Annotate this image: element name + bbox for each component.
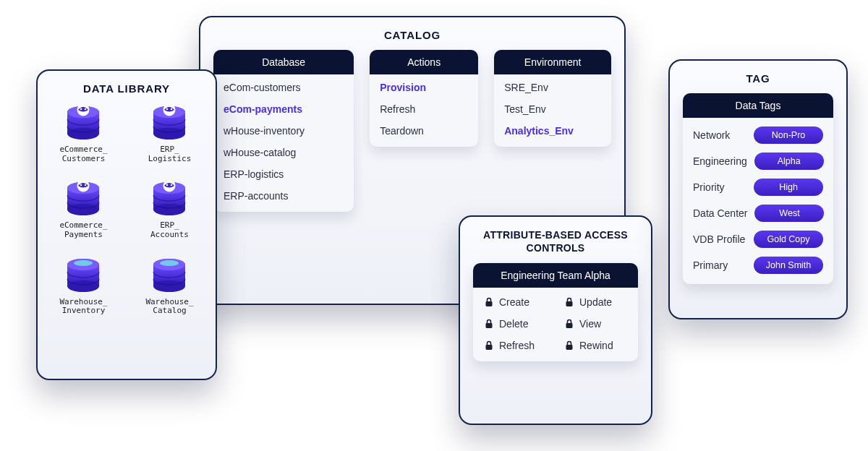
tag-pill[interactable]: Alpha: [754, 153, 824, 170]
tag-row: Engineering Alpha: [693, 153, 823, 170]
svg-point-32: [74, 260, 93, 266]
data-library-label: Warehouse_Inventory: [59, 298, 107, 316]
lock-icon: [565, 319, 574, 329]
data-library-item[interactable]: eCommerce_Customers: [59, 103, 107, 163]
svg-point-27: [171, 184, 173, 186]
tag-label: Network: [693, 129, 730, 141]
tag-row: Data Center West: [693, 205, 823, 222]
svg-rect-40: [486, 323, 493, 328]
catalog-db-item[interactable]: ERP-accounts: [224, 190, 344, 202]
svg-point-9: [153, 128, 185, 139]
abac-group-header: Engineering Team Alpha: [473, 263, 638, 288]
tag-row: Primary John Smith: [693, 257, 823, 274]
svg-point-6: [85, 108, 87, 111]
data-library-panel: DATA LIBRARY eCommerce_Customers ERP_Log…: [36, 69, 217, 380]
catalog-action-item[interactable]: Teardown: [380, 125, 468, 137]
catalog-env-list: SRE_Env Test_Env Analytics_Env: [494, 74, 611, 147]
lock-icon: [485, 340, 493, 351]
catalog-db-item[interactable]: ERP-logistics: [224, 168, 344, 180]
catalog-actions-header: Actions: [370, 50, 478, 74]
tag-pill[interactable]: Gold Copy: [754, 231, 823, 248]
tag-list: Network Non-ProEngineering AlphaPriority…: [683, 118, 833, 284]
catalog-action-item[interactable]: Refresh: [380, 103, 468, 115]
svg-point-13: [171, 108, 173, 111]
catalog-actions-card: Actions Provision Refresh Teardown: [370, 50, 478, 147]
svg-rect-43: [566, 345, 573, 350]
tag-label: VDB Profile: [693, 233, 745, 245]
svg-point-16: [67, 204, 99, 215]
svg-point-37: [160, 260, 179, 266]
abac-permission-label: View: [579, 318, 601, 330]
catalog-db-item[interactable]: wHouse-catalog: [224, 147, 344, 158]
abac-permission[interactable]: Refresh: [485, 340, 546, 351]
data-library-item[interactable]: eCommerce_Payments: [59, 179, 107, 239]
svg-point-20: [85, 184, 87, 186]
lock-icon: [485, 297, 493, 307]
abac-permission[interactable]: Update: [565, 296, 626, 308]
tag-header: Data Tags: [683, 93, 833, 118]
abac-permission-label: Delete: [499, 318, 528, 330]
data-library-item[interactable]: ERP_Logistics: [148, 103, 192, 163]
catalog-env-card: Environment SRE_Env Test_Env Analytics_E…: [494, 50, 611, 147]
tag-label: Engineering: [693, 155, 747, 167]
data-library-title: DATA LIBRARY: [51, 82, 203, 95]
svg-rect-39: [566, 301, 573, 306]
svg-point-2: [67, 128, 99, 139]
tag-pill[interactable]: West: [754, 205, 824, 222]
abac-card: Engineering Team Alpha CreateUpdateDelet…: [473, 263, 638, 361]
abac-permission-label: Refresh: [499, 340, 535, 351]
abac-permission[interactable]: Rewind: [565, 340, 626, 351]
tag-label: Primary: [693, 259, 728, 271]
catalog-database-card: Database eCom-customers eCom-payments wH…: [213, 50, 354, 212]
tag-pill[interactable]: John Smith: [754, 257, 823, 274]
catalog-env-header: Environment: [494, 50, 611, 74]
tag-row: Priority High: [693, 179, 823, 196]
database-icon: [64, 256, 102, 293]
catalog-title: CATALOG: [213, 29, 611, 41]
svg-rect-41: [566, 323, 573, 328]
abac-permission[interactable]: View: [565, 318, 626, 330]
tag-card: Data Tags Network Non-ProEngineering Alp…: [683, 93, 833, 284]
svg-point-5: [80, 108, 82, 111]
svg-point-23: [153, 204, 185, 215]
catalog-db-item[interactable]: wHouse-inventory: [224, 125, 344, 137]
lock-icon: [565, 297, 574, 307]
catalog-env-item[interactable]: Test_Env: [504, 103, 601, 115]
data-library-label: Warehouse_Catalog: [145, 298, 193, 316]
database-icon: [150, 179, 188, 217]
abac-perm-grid: CreateUpdateDeleteViewRefreshRewind: [473, 288, 638, 361]
abac-panel: ATTRIBUTE-BASED ACCESS CONTROLS Engineer…: [459, 215, 652, 425]
tag-title: TAG: [683, 72, 833, 85]
tag-pill[interactable]: Non-Pro: [754, 126, 823, 144]
abac-permission[interactable]: Create: [485, 296, 546, 308]
data-library-label: eCommerce_Payments: [59, 221, 107, 239]
svg-rect-38: [486, 301, 493, 306]
abac-permission-label: Create: [499, 296, 529, 308]
svg-rect-42: [486, 345, 493, 350]
data-library-item[interactable]: ERP_Accounts: [150, 179, 189, 239]
tag-panel: TAG Data Tags Network Non-ProEngineering…: [668, 59, 848, 319]
catalog-env-item[interactable]: Analytics_Env: [504, 125, 601, 137]
database-icon: [64, 103, 102, 141]
tag-pill[interactable]: High: [754, 179, 823, 196]
svg-point-30: [67, 280, 99, 292]
lock-icon: [565, 340, 574, 351]
data-library-grid: eCommerce_Customers ERP_Logistics eComme…: [51, 103, 203, 316]
database-icon: [150, 103, 188, 141]
catalog-database-list: eCom-customers eCom-payments wHouse-inve…: [213, 74, 354, 212]
catalog-database-header: Database: [213, 50, 354, 74]
svg-point-12: [166, 108, 169, 111]
catalog-db-item[interactable]: eCom-customers: [224, 82, 344, 93]
tag-row: VDB Profile Gold Copy: [693, 231, 823, 248]
catalog-db-item[interactable]: eCom-payments: [224, 103, 344, 115]
abac-permission[interactable]: Delete: [485, 318, 546, 330]
catalog-action-item[interactable]: Provision: [380, 82, 468, 93]
data-library-item[interactable]: Warehouse_Inventory: [59, 256, 107, 316]
tag-label: Priority: [693, 181, 725, 193]
database-icon: [64, 179, 102, 217]
data-library-label: eCommerce_Customers: [59, 145, 107, 163]
catalog-env-item[interactable]: SRE_Env: [504, 82, 601, 93]
data-library-item[interactable]: Warehouse_Catalog: [145, 256, 193, 316]
data-library-label: ERP_Logistics: [148, 145, 192, 163]
tag-row: Network Non-Pro: [693, 126, 823, 144]
